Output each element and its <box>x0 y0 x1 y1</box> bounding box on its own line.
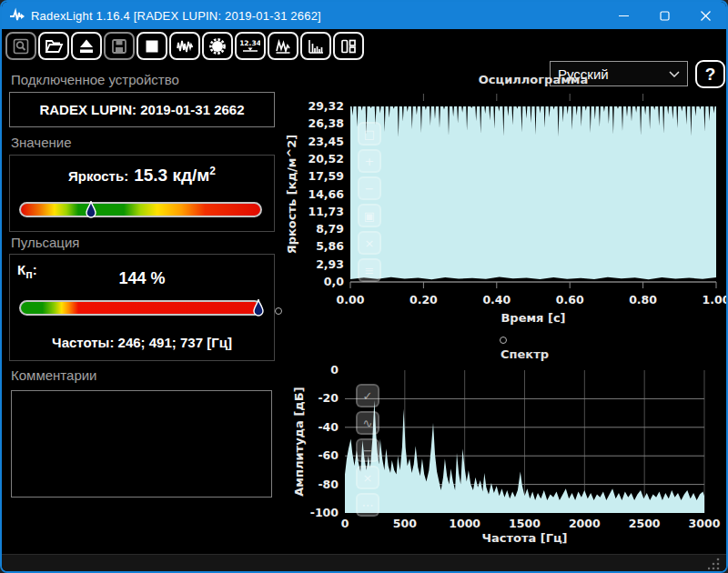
oscillogram-chart[interactable]: Осциллограмма0.000.200.400.600.801.0029,… <box>280 69 728 346</box>
oscillogram-plus-ghost-button[interactable]: + <box>358 149 381 173</box>
brightness-unit-exponent: 2 <box>209 165 216 177</box>
value-box: Яркость:15.3 кд/м2 <box>9 155 275 232</box>
brightness-scale <box>19 202 262 222</box>
osc-y-tick: 14,66 <box>308 187 344 201</box>
numeric-readout-button[interactable]: 12.34 <box>235 32 266 60</box>
osc-y-tick: 8,79 <box>316 222 344 236</box>
spectrum-chart[interactable]: Спектр0-20-40-60-80-10005001000150020002… <box>280 346 728 555</box>
spec-y-tick: -60 <box>318 448 339 462</box>
preview-button <box>5 32 36 60</box>
window-title: RadexLight 1.16.4 [RADEX LUPIN: 2019-01-… <box>31 9 321 23</box>
spec-y-tick: -80 <box>318 478 339 491</box>
brightness-unit: кд/м <box>172 166 209 185</box>
osc-y-tick: 26,38 <box>308 116 344 130</box>
save-file-button <box>104 32 135 60</box>
spectrum-wave-ghost-button[interactable]: ∿ <box>356 411 379 435</box>
stop-measurement-button[interactable] <box>136 32 167 60</box>
osc-y-tick: 23,45 <box>308 135 344 148</box>
osc-y-tick: 5,86 <box>316 239 344 253</box>
stop-square-icon <box>142 36 162 56</box>
app-window: RadexLight 1.16.4 [RADEX LUPIN: 2019-01-… <box>0 0 728 573</box>
spectrum-title: Спектр <box>500 347 549 361</box>
eject-device-button[interactable] <box>71 32 102 60</box>
osc-x-tick: 0.80 <box>629 293 657 307</box>
oscillogram-frame-ghost-button[interactable]: □ <box>358 122 381 146</box>
device-name: RADEX LUPIN: 2019-01-31 2662 <box>39 102 244 117</box>
spectrum-close-ghost-button[interactable]: × <box>356 466 379 489</box>
brightness-gradient-bar <box>19 202 262 217</box>
resize-grip[interactable] <box>708 558 721 571</box>
app-logo-icon <box>9 7 25 24</box>
spec-y-tick: 0 <box>330 363 339 377</box>
pulsation-section-label: Пульсация <box>11 235 79 250</box>
spec-x-axis-label: Частота [Гц] <box>481 531 567 545</box>
gear-icon <box>207 36 228 56</box>
open-file-button[interactable] <box>38 32 69 60</box>
close-icon <box>701 11 711 21</box>
spec-x-tick: 1500 <box>509 517 541 530</box>
spec-x-tick: 0 <box>341 517 349 530</box>
floppy-disk-icon <box>109 36 129 56</box>
status-bar <box>2 554 726 573</box>
osc-y-tick: 11,73 <box>308 205 344 218</box>
brightness-value: 15.3 <box>134 166 167 185</box>
comments-section-label: Комментарии <box>11 367 96 383</box>
minimize-icon <box>619 11 629 21</box>
osc-x-tick: 0.20 <box>410 293 438 307</box>
connected-device-section-label: Подключенное устройство <box>11 72 179 87</box>
spectrum-check-ghost-button[interactable]: ✓ <box>356 384 379 407</box>
report-view-button[interactable] <box>333 32 364 60</box>
oscillogram-layers-ghost-button[interactable]: ≡ <box>358 258 381 282</box>
oscillogram-view-button[interactable] <box>268 32 298 60</box>
spectrum-bars-icon <box>306 36 326 56</box>
spec-y-tick: -100 <box>310 506 339 519</box>
brightness-readout: Яркость:15.3 кд/м2 <box>10 165 274 186</box>
oscillogram-waveform <box>350 106 716 279</box>
oscillogram-close-ghost-button[interactable]: × <box>358 231 381 255</box>
spec-x-tick: 500 <box>393 517 417 530</box>
close-button[interactable] <box>685 2 726 29</box>
osc-y-tick: 29,32 <box>308 99 344 113</box>
report-layout-icon <box>339 36 359 56</box>
eject-icon <box>76 36 96 56</box>
noise-waveform-icon <box>175 36 195 56</box>
svg-text:12.34: 12.34 <box>240 38 260 46</box>
kp-value: 144 % <box>10 269 274 288</box>
comments-input[interactable] <box>11 390 272 498</box>
osc-y-tick: 0,0 <box>324 275 344 288</box>
osc-y-tick: 2,93 <box>316 257 344 271</box>
oscillogram-box-ghost-button[interactable]: ▣ <box>358 204 381 227</box>
signal-record-button[interactable] <box>169 32 200 60</box>
digital-readout-icon: 12.34 <box>240 36 260 56</box>
spec-y-tick: -20 <box>318 391 339 405</box>
title-bar: RadexLight 1.16.4 [RADEX LUPIN: 2019-01-… <box>2 2 726 29</box>
osc-y-tick: 17,59 <box>308 169 344 183</box>
settings-button[interactable] <box>202 32 233 60</box>
spec-y-tick: -40 <box>318 420 339 434</box>
spec-x-tick: 3000 <box>689 517 721 530</box>
toolbar-buttons: 12.34 <box>5 32 364 60</box>
toolbar: 12.34 <box>2 29 726 64</box>
brightness-marker <box>86 199 96 221</box>
spec-x-tick: 2000 <box>569 517 601 530</box>
pulsation-marker <box>253 297 264 319</box>
window-controls <box>603 2 726 29</box>
spec-x-tick: 2500 <box>629 517 661 530</box>
magnifier-page-icon <box>11 36 31 56</box>
oscillogram-minus-ghost-button[interactable]: − <box>358 176 381 200</box>
maximize-icon <box>660 11 670 21</box>
maximize-button[interactable] <box>644 2 685 29</box>
osc-x-tick: 0.00 <box>337 293 365 307</box>
oscillogram-curve-icon <box>273 36 293 56</box>
osc-x-tick: 1.00 <box>703 293 728 307</box>
osc-y-axis-label: Яркость [кд/м^2] <box>285 135 298 255</box>
minimize-button[interactable] <box>603 2 644 29</box>
spectrum-minus-ghost-button[interactable]: − <box>356 438 379 462</box>
osc-x-tick: 0.40 <box>482 293 511 307</box>
spectrum-view-button[interactable] <box>300 32 331 60</box>
pulsation-gradient-bar <box>19 300 262 316</box>
osc-x-tick: 0.60 <box>556 293 584 307</box>
device-name-box: RADEX LUPIN: 2019-01-31 2662 <box>9 92 275 127</box>
spectrum-more-ghost-button[interactable]: ⋯ <box>356 493 379 517</box>
pulsation-frequencies: Частоты: 246; 491; 737 [Гц] <box>10 335 274 350</box>
